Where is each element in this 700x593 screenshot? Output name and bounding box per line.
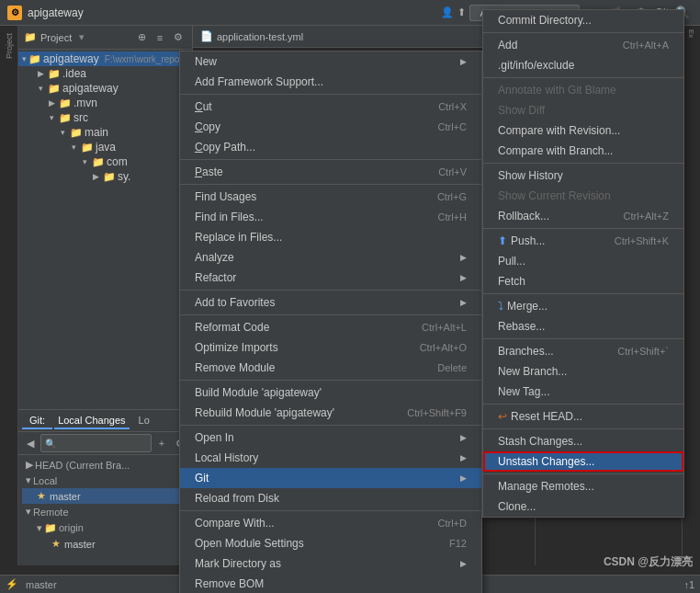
menu-reload[interactable]: Reload from Disk [180,488,481,508]
menu-replace-in-files[interactable]: Replace in Files... [180,227,481,247]
left-side-strip: Project [0,26,18,565]
remote-master-branch[interactable]: ★ master [22,536,188,552]
sep-5 [180,314,481,315]
menu-remove-module[interactable]: Remove Module Delete [180,358,481,378]
menu-cut[interactable]: Cut Ctrl+X [180,97,481,117]
git-remote-section[interactable]: ▾ Remote [22,504,188,519]
menu-build[interactable]: Build Module 'apigateway' [180,382,481,403]
git-origin-section[interactable]: ▾ 📁 origin [22,519,188,536]
menu-add-framework[interactable]: Add Framework Support... [180,72,481,92]
git-show-history[interactable]: Show History [483,165,683,186]
paste-underline: P [195,165,202,178]
git-reset-head[interactable]: ↩ Reset HEAD... [483,406,683,427]
menu-remove-bom[interactable]: Remove BOM [180,574,481,593]
git-stash[interactable]: Stash Changes... [483,431,683,451]
git-compare-revision[interactable]: Compare with Revision... [483,120,683,141]
menu-git[interactable]: Git [180,468,481,488]
git-rollback[interactable]: Rollback... Ctrl+Alt+Z [483,206,683,226]
mvn-folder-icon: 📁 [59,97,72,109]
tree-item-java[interactable]: ▾ 📁 java [18,140,192,154]
git-push[interactable]: ⬆ Push... Ctrl+Shift+K [483,231,683,251]
menu-local-history[interactable]: Local History [180,448,481,468]
git-sep-5 [483,293,683,294]
git-show-current[interactable]: Show Current Revision [483,186,683,206]
show-diff-label: Show Diff [498,104,545,117]
menu-find-in-files[interactable]: Find in Files... Ctrl+H [180,207,481,227]
menu-copy[interactable]: Copy Ctrl+C [180,117,481,137]
menu-rebuild[interactable]: Rebuild Module 'apigateway' Ctrl+Shift+F… [180,403,481,423]
menu-module-settings[interactable]: Open Module Settings F12 [180,533,481,553]
git-info-exclude[interactable]: .git/info/exclude [483,55,683,75]
menu-open-in[interactable]: Open In [180,428,481,448]
tree-item-apigateway[interactable]: ▾ 📁 apigateway [18,81,192,96]
sync-panel-button[interactable]: ≡ [152,29,168,46]
new-panel-button[interactable]: ⊕ [133,29,150,46]
menu-analyze[interactable]: Analyze [180,247,481,268]
log-tab[interactable]: Lo [131,413,157,429]
git-show-diff[interactable]: Show Diff [483,100,683,120]
master-branch-item[interactable]: ★ master [22,488,188,504]
git-annotate[interactable]: Annotate with Git Blame [483,80,683,100]
panel-header: 📁 Project ▾ ⊕ ≡ ⚙ [18,26,192,50]
git-branches[interactable]: Branches... Ctrl+Shift+` [483,341,683,361]
git-sep-3 [483,163,683,164]
copypath-underline: C [195,141,203,154]
sy-folder-icon: 📁 [103,170,116,183]
remove-shortcut: Delete [437,362,467,373]
menu-paste[interactable]: Paste Ctrl+V [180,162,481,182]
git-sep-7 [483,404,683,405]
origin-label: origin [59,522,84,533]
tree-item-idea[interactable]: ▶ 📁 .idea [18,66,192,81]
reformat-shortcut: Ctrl+Alt+L [422,322,467,333]
tree-item-sy[interactable]: ▶ 📁 sy. [18,169,192,184]
tree-item-main[interactable]: ▾ 📁 main [18,125,192,140]
git-add[interactable]: Add Ctrl+Alt+A [483,35,683,55]
add-icon-btn[interactable]: + [153,435,170,451]
find-usages-shortcut: Ctrl+G [437,191,467,202]
local-changes-tab[interactable]: Local Changes [54,413,129,429]
menu-refactor[interactable]: Refactor [180,268,481,288]
git-compare-branch[interactable]: Compare with Branch... [483,141,683,161]
git-unstash[interactable]: Unstash Changes... [483,451,683,472]
menu-new[interactable]: New [180,51,481,72]
git-sep-8 [483,428,683,429]
git-pull[interactable]: Pull... [483,251,683,271]
tree-item-com[interactable]: ▾ 📁 com [18,154,192,169]
git-clone[interactable]: Clone... [483,496,683,517]
push-label: Push... [511,234,545,247]
git-fetch[interactable]: Fetch [483,271,683,291]
git-commit-dir[interactable]: Commit Directory... [483,10,683,30]
git-panel-content: ▶ HEAD (Current Bra... ▾ Local ★ master … [18,455,192,565]
sy-label: sy. [118,170,130,183]
reload-label: Reload from Disk [195,492,279,505]
settings-panel-button[interactable]: ⚙ [170,29,186,46]
rollback-shortcut: Ctrl+Alt+Z [623,211,669,222]
project-tree: ▾ 📁 apigateway F:\wxm\work_repo\apibiz\a… [18,50,192,409]
tree-item-mvn[interactable]: ▶ 📁 .mvn [18,96,192,110]
expand-icon-2: ▾ [26,474,31,486]
context-menu-1: New Add Framework Support... Cut Ctrl+X … [179,51,482,593]
git-manage-remotes[interactable]: Manage Remotes... [483,476,683,496]
local-history-label: Local History [195,451,258,464]
left-panel-button[interactable]: ◀ [22,435,39,451]
menu-compare-with[interactable]: Compare With... Ctrl+D [180,513,481,533]
tree-item-src[interactable]: ▾ 📁 src [18,110,192,125]
menu-optimize[interactable]: Optimize Imports Ctrl+Alt+O [180,337,481,358]
menu-mark-dir[interactable]: Mark Directory as [180,553,481,574]
git-tab-label[interactable]: Git: [22,413,52,429]
git-new-tag[interactable]: New Tag... [483,382,683,402]
tree-root[interactable]: ▾ 📁 apigateway F:\wxm\work_repo\apibiz\a… [18,51,192,66]
git-local-section[interactable]: ▾ Local [22,473,188,488]
menu-find-usages[interactable]: Find Usages Ctrl+G [180,187,481,207]
git-rebase[interactable]: Rebase... [483,316,683,336]
expand-arrow-4: ▾ [46,113,57,122]
git-head-section[interactable]: ▶ HEAD (Current Bra... [22,457,188,473]
refactor-label: Refactor [195,271,236,284]
menu-copy-path[interactable]: Copy Path... [180,137,481,157]
git-sep-1 [483,32,683,33]
menu-add-favorites[interactable]: Add to Favorites [180,292,481,313]
menu-reformat[interactable]: Reformat Code Ctrl+Alt+L [180,317,481,337]
remove-bom-label: Remove BOM [195,577,264,590]
git-new-branch[interactable]: New Branch... [483,361,683,382]
git-merge[interactable]: ⤵ Merge... [483,296,683,316]
